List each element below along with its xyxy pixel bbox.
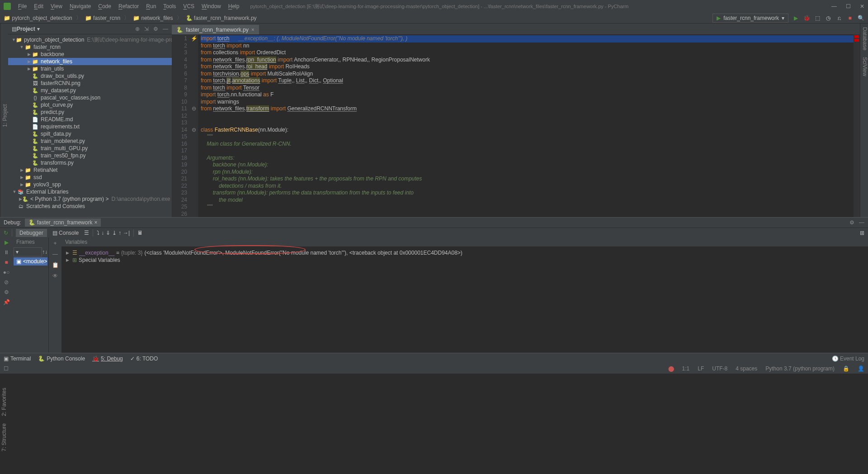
layout-icon[interactable]: ⊞ <box>860 230 864 236</box>
database-tool-tab[interactable]: Database <box>862 27 868 50</box>
run-to-cursor-button[interactable]: →| <box>123 230 130 236</box>
console-tab[interactable]: ▤ Console <box>49 229 82 237</box>
menu-file[interactable]: File <box>18 3 27 9</box>
settings-icon[interactable]: ⚙ <box>4 289 9 295</box>
collapse-icon[interactable]: ⇲ <box>144 26 149 32</box>
breadcrumb-item[interactable]: 📁 network_files <box>133 15 173 21</box>
tree-item[interactable]: 🐍my_dataset.py <box>8 87 172 94</box>
gear-icon[interactable]: ⚙ <box>849 219 854 226</box>
error-stripe[interactable] <box>854 34 860 217</box>
error-count-icon[interactable]: ⬤ <box>668 365 674 372</box>
tree-item[interactable]: 🐍transforms.py <box>8 159 172 166</box>
close-icon[interactable]: ✕ <box>860 3 864 9</box>
tree-item[interactable]: 🐍predict.py <box>8 109 172 116</box>
tree-item[interactable]: 🐍plot_curve.py <box>8 101 172 109</box>
menu-vcs[interactable]: VCS <box>183 3 194 9</box>
rerun-button[interactable]: ↻ <box>4 230 8 236</box>
maximize-icon[interactable]: ☐ <box>846 3 851 9</box>
python-console-tab[interactable]: 🐍 Python Console <box>38 356 85 362</box>
menu-refactor[interactable]: Refactor <box>118 3 139 9</box>
search-icon[interactable]: 🔍 <box>857 15 864 21</box>
pause-button[interactable]: ⏸ <box>4 249 9 256</box>
breadcrumb-item[interactable]: 📁 pytorch_object_detection <box>4 15 72 21</box>
error-marker-icon[interactable] <box>854 39 859 42</box>
menu-edit[interactable]: Edit <box>34 3 43 9</box>
hide-icon[interactable]: — <box>163 26 168 32</box>
gear-icon[interactable]: ⚙ <box>153 26 158 32</box>
debug-button[interactable]: 🐞 <box>803 15 810 21</box>
debug-tab[interactable]: 🐞 5: Debug <box>92 356 123 362</box>
error-marker-icon[interactable] <box>854 35 859 38</box>
tree-item[interactable]: ▼📁pytorch_object_detectionE:\测试\deep-lea… <box>8 36 172 43</box>
line-ending[interactable]: LF <box>698 365 704 372</box>
tree-item[interactable]: 📄requirements.txt <box>8 123 172 130</box>
tree-item[interactable]: ▶📁backbone <box>8 51 172 58</box>
add-watch-icon[interactable]: + <box>53 240 57 246</box>
tree-item[interactable]: 🐍spilt_data.py <box>8 130 172 137</box>
tree-item[interactable]: 🐍draw_box_utils.py <box>8 72 172 80</box>
tree-item[interactable]: 🐍train_mobilenet.py <box>8 137 172 145</box>
debug-run-tab[interactable]: 🐍 faster_rcnn_framework × <box>25 218 101 227</box>
todo-tab[interactable]: ✓ 6: TODO <box>130 356 158 362</box>
thread-selector[interactable]: ▾ <box>14 247 42 256</box>
tree-item[interactable]: 🗂Scratches and Consoles <box>8 203 172 210</box>
mute-breakpoints-button[interactable]: ⊘ <box>4 279 9 285</box>
event-log-tab[interactable]: 🕓 Event Log <box>832 356 864 362</box>
tree-item[interactable]: ▶📁network_files <box>8 58 172 65</box>
stop-button[interactable]: ■ <box>5 259 8 265</box>
copy-icon[interactable]: 📋 <box>52 262 59 268</box>
menu-help[interactable]: Help <box>228 3 240 9</box>
project-tree[interactable]: ▼📁pytorch_object_detectionE:\测试\deep-lea… <box>8 34 172 217</box>
sciview-tool-tab[interactable]: SciView <box>862 57 868 76</box>
run-button[interactable]: ▶ <box>792 15 799 21</box>
next-frame-icon[interactable]: ↓ <box>45 249 47 255</box>
favorites-tool-tab[interactable]: 2: Favorites <box>1 388 7 416</box>
inspector-icon[interactable]: 👤 <box>858 365 864 372</box>
menu-navigate[interactable]: Navigate <box>70 3 91 9</box>
coverage-button[interactable]: ⬚ <box>814 15 821 21</box>
locate-icon[interactable]: ⊕ <box>135 26 140 32</box>
step-out-button[interactable]: ↑ <box>118 230 121 236</box>
tree-item[interactable]: ▶📁ssd <box>8 174 172 181</box>
show-icon[interactable]: 👁 <box>52 273 58 279</box>
variable-row[interactable]: ▶ ⊞ Special Variables <box>66 256 863 264</box>
debugger-tab[interactable]: Debugger <box>16 229 47 237</box>
file-encoding[interactable]: UTF-8 <box>712 365 727 372</box>
hide-icon[interactable]: — <box>859 219 864 226</box>
stop-button[interactable]: ■ <box>846 15 854 21</box>
indent-setting[interactable]: 4 spaces <box>736 365 757 372</box>
resume-button[interactable]: ▶ <box>5 239 9 246</box>
breadcrumb[interactable]: 📁 pytorch_object_detection〉📁 faster_rcnn… <box>4 14 257 22</box>
structure-tool-tab[interactable]: 7: Structure <box>1 423 7 451</box>
step-into-my-button[interactable]: ⇓ <box>106 230 110 236</box>
interpreter[interactable]: Python 3.7 (python program) <box>765 365 835 372</box>
evaluate-button[interactable]: 🖩 <box>137 230 143 236</box>
frame-item[interactable]: ▣ <module> <box>14 257 47 265</box>
tree-item[interactable]: 📄README.md <box>8 116 172 123</box>
menu-run[interactable]: Run <box>146 3 156 9</box>
breakpoints-button[interactable]: ●○ <box>3 269 10 275</box>
editor-tab[interactable]: 🐍 faster_rcnn_framework.py × <box>172 25 259 34</box>
tree-item[interactable]: ▶📁train_utils <box>8 65 172 72</box>
project-dropdown-icon[interactable]: ▤ <box>12 26 17 32</box>
code-area[interactable]: import torch __exception__: (, ModuleNot… <box>198 34 860 217</box>
tree-item[interactable]: ▼📚External Libraries <box>8 188 172 195</box>
close-tab-icon[interactable]: × <box>251 27 255 33</box>
menu-tools[interactable]: Tools <box>163 3 176 9</box>
cursor-position[interactable]: 1:1 <box>682 365 690 372</box>
expand-icon[interactable]: ▶ <box>66 251 71 255</box>
concurrency-button[interactable]: ⎌ <box>835 15 843 21</box>
step-over-button[interactable]: ⤵ <box>97 230 99 236</box>
project-tool-tab[interactable]: 1: Project <box>2 104 8 128</box>
menu-window[interactable]: Window <box>202 3 221 9</box>
close-icon[interactable]: × <box>94 219 97 226</box>
tree-item[interactable]: 🐍train_res50_fpn.py <box>8 152 172 159</box>
minimize-icon[interactable]: — <box>831 3 837 9</box>
tree-item[interactable]: 🖼fasterRCNN.png <box>8 80 172 87</box>
run-config-selector[interactable]: ▶ faster_rcnn_framework ▾ <box>712 14 788 23</box>
tree-item[interactable]: {}pascal_voc_classes.json <box>8 94 172 101</box>
chevron-down-icon[interactable]: ▾ <box>37 26 40 32</box>
pin-icon[interactable]: 📌 <box>3 299 10 305</box>
breadcrumb-item[interactable]: 📁 faster_rcnn <box>85 15 120 21</box>
tree-item[interactable]: ▶📁yolov3_spp <box>8 181 172 188</box>
